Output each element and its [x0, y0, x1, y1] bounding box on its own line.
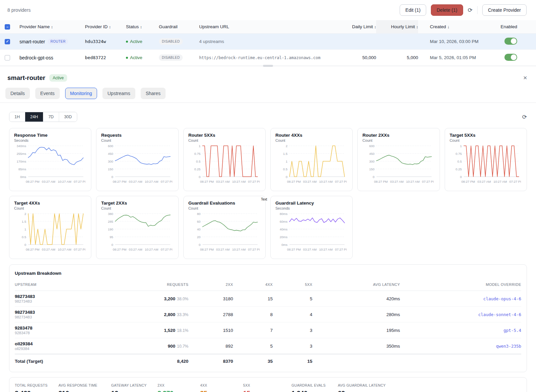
chart-plot-guardrail-latency: 80ms60ms40ms20ms0ms08:27 PM03:27 AM10:27… [275, 210, 347, 255]
chart-title: Guardrail Evaluations [188, 201, 261, 206]
svg-text:03:27 AM: 03:27 AM [216, 180, 229, 183]
tab-events[interactable]: Events [35, 88, 60, 99]
provider-row-smart-router[interactable]: ✓smart-routerROUTERhdu3324wActiveDISABLE… [0, 34, 536, 50]
breakdown-title: Upstream Breakdown [15, 271, 521, 276]
edit-button[interactable]: Edit (1) [400, 4, 426, 16]
chart-card-router-4xx: Router 4XXsCount21.510.5008:27 PM03:27 A… [270, 128, 353, 191]
column-header-provider-id[interactable]: Provider ID↕ [85, 20, 126, 33]
chart-card-router-2xx: Router 2XXsCount600450300150008:27 PM03:… [357, 128, 440, 191]
requests-percent: 18.1% [177, 328, 188, 333]
count-2xx: 3180 [188, 291, 233, 307]
enabled-toggle[interactable] [504, 38, 517, 45]
delete-button[interactable]: Delete (1) [431, 4, 463, 16]
svg-text:03:27 AM: 03:27 AM [477, 180, 491, 183]
providers-count: 8 providers [7, 7, 31, 13]
column-header-daily-limit[interactable]: Daily Limit↕ [338, 20, 376, 33]
svg-text:0.75: 0.75 [455, 152, 462, 156]
stat-avg-response-time: AVG RESPONSE TIME210ms [58, 383, 111, 392]
svg-text:03:27 AM: 03:27 AM [129, 180, 142, 183]
provider-row-bedrock-gpt-oss[interactable]: bedrock-gpt-ossbed83722ActiveDISABLEDhtt… [0, 50, 536, 66]
breakdown-total-row: Total (Target)8,42083703515 [15, 354, 521, 367]
column-header-enabled: Enabled [487, 20, 536, 33]
chart-title: Target 4XXs [14, 201, 86, 206]
avg-latency: 280ms [312, 307, 400, 322]
model-override-link[interactable]: claude-opus-4-6 [483, 296, 521, 301]
chart-card-target-4xx: Target 4XXsCount21.510.5008:27 PM03:27 A… [9, 196, 91, 259]
column-label: Status [126, 24, 139, 29]
row-checkbox[interactable] [5, 55, 10, 60]
model-override-link[interactable]: claude-sonnet-4-6 [478, 312, 521, 317]
charts-grid: Text Response TimeSeconds340ms255ms170ms… [9, 128, 527, 259]
sort-desc-icon: ↓ [447, 24, 450, 29]
column-header-provider-name[interactable]: Provider Name↕ [19, 20, 85, 33]
tab-details[interactable]: Details [5, 88, 30, 99]
panel-divider [0, 66, 536, 66]
requests-percent: 33.3% [177, 312, 188, 317]
enabled-toggle[interactable] [504, 54, 517, 61]
column-header-status[interactable]: Status↕ [126, 20, 159, 33]
sort-icon: ↕ [51, 25, 53, 29]
chart-card-target-2xx: Target 2XXsCount38028519095008:27 PM03:2… [96, 196, 178, 259]
stat-value: 8,420 [15, 390, 58, 392]
upstream-sub: 98273483 [15, 299, 145, 303]
chart-card-guardrail-evaluations: Guardrail EvaluationsCount80604020008:27… [183, 196, 266, 259]
stat-2xx: 2XX8,370 [158, 383, 200, 392]
svg-text:285: 285 [108, 220, 113, 223]
provider-status: Active [126, 55, 159, 60]
count-4xx: 8 [233, 307, 273, 322]
breakdown-row-oll29384: oll29384oll2938490010.7%89253350msqwen3-… [15, 338, 521, 354]
svg-text:0: 0 [198, 175, 200, 179]
svg-text:1: 1 [460, 144, 461, 148]
chart-title: Router 4XXs [275, 133, 348, 138]
breakdown-table: UPSTREAMREQUESTS2XX4XX5XXAVG LATENCYMODE… [15, 279, 521, 367]
requests-value: 3,200 [164, 296, 175, 301]
svg-text:10:27 AM: 10:27 AM [493, 180, 507, 183]
chart-subtitle: Seconds [275, 206, 348, 210]
svg-text:20: 20 [197, 235, 200, 239]
chart-card-requests: RequestsCount600450300150008:27 PM03:27 … [96, 128, 178, 191]
svg-text:07:27 PM: 07:27 PM [161, 180, 173, 183]
svg-text:190: 190 [108, 227, 113, 231]
count-5xx: 3 [273, 338, 312, 354]
count-2xx: 2788 [188, 307, 233, 322]
column-header-created[interactable]: Created↓ [418, 20, 487, 33]
select-all-checkbox[interactable]: – [5, 24, 10, 30]
svg-text:08:27 PM: 08:27 PM [26, 180, 40, 183]
column-header-hourly-limit[interactable]: Hourly Limit↕ [376, 20, 418, 33]
stat-label: GATEWAY LATENCY [111, 383, 158, 387]
svg-text:10:27 AM: 10:27 AM [232, 248, 245, 251]
time-range-30d[interactable]: 30D [59, 112, 77, 122]
topbar-actions: Edit (1) Delete (1) ⟳ Create Provider [400, 4, 527, 16]
model-override-link[interactable]: qwen3-235b [496, 344, 521, 349]
model-override-link[interactable]: gpt-5.4 [503, 328, 521, 333]
status-badge: Active [49, 74, 67, 82]
refresh-icon[interactable]: ⟳ [468, 7, 473, 13]
svg-text:03:27 AM: 03:27 AM [216, 248, 229, 251]
tab-upstreams[interactable]: Upstreams [102, 88, 135, 99]
svg-text:0.5: 0.5 [196, 160, 200, 163]
time-range-1h[interactable]: 1H [9, 112, 25, 122]
tab-monitoring[interactable]: Monitoring [65, 88, 97, 99]
upstream-sub: oll29384 [15, 347, 145, 351]
resize-handle[interactable] [263, 65, 273, 67]
upstream-url: 4 upstreams [199, 39, 224, 44]
total-2xx: 8370 [188, 354, 233, 367]
stat-total-requests: TOTAL REQUESTS8,420 [15, 383, 58, 392]
time-range-7d[interactable]: 7D [43, 112, 59, 122]
panel-content: 1H24H7D30D ⟳ Text Response TimeSeconds34… [0, 103, 536, 392]
svg-text:380: 380 [108, 212, 113, 216]
breakdown-column-upstream: UPSTREAM [15, 279, 145, 291]
close-icon[interactable]: ✕ [523, 75, 527, 81]
svg-text:08:27 PM: 08:27 PM [461, 180, 475, 183]
column-label: Provider ID [85, 24, 108, 29]
time-range-24h[interactable]: 24H [25, 112, 43, 122]
row-checkbox[interactable]: ✓ [5, 39, 10, 44]
upstream-sub: 9283478 [15, 331, 145, 335]
chart-plot-router-4xx: 21.510.5008:27 PM03:27 AM10:27 AM07:27 P… [275, 142, 347, 187]
svg-text:1.5: 1.5 [283, 152, 287, 156]
time-range-control: 1H24H7D30D [9, 112, 77, 122]
tab-shares[interactable]: Shares [141, 88, 166, 99]
hourly-limit: 5,000 [407, 55, 418, 60]
chart-refresh-icon[interactable]: ⟳ [522, 114, 527, 120]
create-provider-button[interactable]: Create Provider [482, 4, 527, 16]
